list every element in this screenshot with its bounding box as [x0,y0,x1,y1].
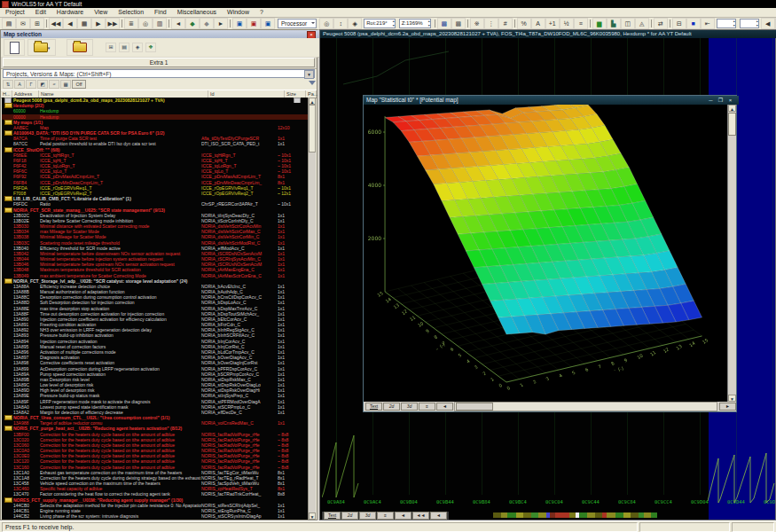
app-title-bar[interactable]: WinOLS5 for AA YT Default [0,0,776,8]
map-horizontal-scrollbar[interactable] [454,402,717,411]
overview-icon[interactable]: ▦ [77,18,91,29]
jump-start-icon[interactable]: ⇤ [701,18,715,29]
map-row[interactable]: F6FDAICCE_rOpEGRVlvReq1_TICCE_rOpEGRVlvR… [2,185,310,191]
map-row[interactable]: 13A988Target of adblue reductor consuNOR… [2,420,310,426]
hexdump-nav-button[interactable]: ◄ [430,512,447,520]
map-row[interactable]: 13A892NH3 over emission in LRFF regenera… [2,327,310,332]
map-row[interactable]: 13B042Minimal temperature before downstr… [2,251,310,256]
flag-filter-icon[interactable]: ◩ [37,80,48,89]
absolute-mode-icon[interactable]: A [531,18,545,29]
surface-view-icon[interactable]: ▙ [607,18,621,29]
project-row[interactable]: Peugeot 5008 (psa_delphi_dcm6.2a_obd_map… [2,98,310,103]
projects-versions-maps-combo[interactable]: Projects, Versions & Maps: (Ctrl+Shift+F… [3,69,315,78]
map-vertical-scrollbar[interactable]: ▲ ▼ [727,105,736,402]
funnel-icon[interactable] [309,81,316,89]
list-mode-button[interactable]: ▤ [119,43,129,52]
map-row[interactable]: 13C160Correction for the heaters duty cy… [2,465,310,470]
forward-icon[interactable]: ► [214,18,228,29]
map-filter-icon[interactable]: ▦ [60,80,71,89]
hexdump-tab-2d[interactable]: 2d [341,512,358,520]
open-project-icon[interactable]: ▤ [2,18,16,29]
tree-scrollbar[interactable]: ▲ ▼ [308,98,316,520]
compare-windows-icon[interactable]: ◫ [621,18,635,29]
map-hscroll-thumb[interactable] [456,403,493,411]
map-row[interactable]: 13C458Vehicle speed correction on the ma… [2,481,310,486]
map-row[interactable]: 13A891Freezing condition activationNORIA… [2,322,310,327]
folder-row[interactable]: ICCE_ShutOff: "" (6/8) [2,147,310,153]
map-row[interactable]: 13B046Minimal temperature before upstrea… [2,262,310,267]
maps-green-icon[interactable]: ◆ [185,18,200,29]
increment-icon[interactable]: +1 [545,18,560,29]
map-row[interactable]: 13A88Emax time desorption stop activatio… [2,306,310,311]
grid-icon[interactable]: # [498,18,513,29]
map-row[interactable]: F6F18ICCE_tqHi_TICCE_tqHi_T~ 10x1 [2,158,310,163]
map-row[interactable]: F68EEICCE_tqHiRgn_TICCE_tqHiRgn_T~ 10x1 [2,153,310,158]
folder-row[interactable]: NORIA_FCT_Storage_lvl_adp__U028: "SCR ca… [2,278,310,284]
group-filter-icon[interactable]: Γ [26,80,36,89]
column-header-name[interactable]: Name [39,90,208,98]
map-row[interactable]: 13C020Correction for the heaters duty cy… [2,437,310,442]
map-row[interactable]: 13A88CDesorption correction during consu… [2,294,310,300]
text-filter-icon[interactable]: A [14,80,25,89]
rotation-spinner[interactable]: Rot:219° [364,19,395,28]
scroll-up-icon[interactable]: ▲ [728,105,736,112]
selection-color-icon[interactable]: ■ [686,18,701,29]
back-icon[interactable]: ◄ [171,18,185,29]
maximize-icon[interactable]: ❐ [717,97,725,104]
map-row[interactable]: 13C470Factor considering the heat flow t… [2,491,310,497]
window-split-button[interactable]: ⊞ [106,43,116,52]
map-row[interactable]: 144CB2Living phase of the scr system: in… [2,513,310,519]
palette-blue-icon[interactable]: ▩ [437,18,451,29]
map-overview-button[interactable]: ❖ [145,43,156,52]
scroll-down-icon[interactable]: ▼ [728,395,736,402]
map-row[interactable]: 8A7CATime of purge Cata SCR testAfla_tiD… [2,136,310,141]
map-row[interactable]: 144CB0Selects the adaptation method for … [2,503,310,508]
menu-item-project[interactable]: Project [0,8,30,17]
map-row[interactable]: 13BF00Correction for the heaters duty cy… [2,431,310,436]
menu-item-edit[interactable]: Edit [30,8,51,17]
map-row[interactable]: F6F6CICCE_tqLo_TICCE_tqLo_T~ 10x1 [2,168,310,174]
hexdump-view[interactable]: 0C9A840C9AC40C9B040C9B440C9B840C9BC40C9C… [320,38,775,520]
map-row[interactable]: F6F92ICCE_pDrvMaxAdCmprLim_TICCE_pDrvMax… [2,174,310,179]
view-text-icon[interactable]: ▣ [232,18,247,29]
map-row[interactable]: F6FDCRatioChrSP_rREGRCori3APAir_T~ 10x1 [2,201,310,207]
map-row[interactable]: 13B044Minimal temperature before injecti… [2,256,310,262]
map-row[interactable]: 13A89APump speed correction activationNO… [2,372,310,377]
new-version-icon[interactable]: ⊞ [30,18,44,29]
hexdump-tab-text[interactable]: Text [324,512,341,520]
hex-view-icon[interactable]: ▥ [153,18,167,29]
map-row[interactable]: 13A88FTime out desorption correction act… [2,311,310,317]
map-row[interactable]: 13A88AEfficiency increase detection choi… [2,284,310,289]
map-vscroll-thumb[interactable] [728,113,736,136]
fit-vertical-icon[interactable]: ↕ [333,18,348,29]
map-row[interactable]: 13A893Pressure build-up inhibition activ… [2,332,310,338]
map-row[interactable]: 13B030Minimal distance with estivated Sc… [2,223,310,229]
map-tab-x[interactable]: ≡ [419,403,435,411]
column-header-size[interactable]: Size [285,90,306,98]
map-row[interactable]: 13A88BManual authorization of adaptation… [2,289,310,294]
factor-icon[interactable]: ½ [560,18,574,29]
folder-row[interactable]: NORES_FCT_supply_manager__U01M: "Reducin… [2,497,310,503]
column-header-id[interactable]: Id [208,90,285,98]
zoom-selection-icon[interactable]: ◎ [319,18,333,29]
hexdump-tab-3d[interactable]: 3d [359,512,376,520]
column-header-h[interactable]: H... [1,90,12,98]
hexdump-window-title[interactable]: Peugeot 5008 (psa_delphi_dcm6.2a_obd_map… [320,30,776,38]
map-row[interactable]: 13A8A2Margin for detection of efficiency… [2,410,310,415]
map-row[interactable]: 13A88DSoft Desorption detection for inje… [2,300,310,305]
first-diff-icon[interactable]: ◀◀ [49,18,63,29]
equalize-icon[interactable]: ≡ [574,18,588,29]
folder-row[interactable]: NORIA_FCT_SCR_state_manag__U025: "SCR st… [2,207,310,212]
map-row[interactable]: 13B040Efficiency threshold for SCR mode … [2,246,310,251]
sort-filter-icon[interactable]: ⇅ [3,80,13,89]
percent-mode-icon[interactable]: % [517,18,531,29]
folder-row[interactable]: My maps (1/1) [2,120,310,125]
columns-icon[interactable]: ⋮ [484,18,498,29]
histogram-icon[interactable]: ▆ [592,18,607,29]
map-row[interactable]: 13A899AcDesorption correction during LRF… [2,365,310,371]
import-project-button[interactable] [67,39,93,56]
map-row[interactable]: 13C060Correction for the heaters duty cy… [2,442,310,448]
map-row[interactable]: 13A89CLow level of desorption riskNORIA_… [2,382,310,387]
folder-row[interactable]: LIB_LIB_CALIB_CMB_FCT: "Librairie de Cal… [2,196,310,201]
chevron-down-icon[interactable]: ▼ [304,70,314,79]
